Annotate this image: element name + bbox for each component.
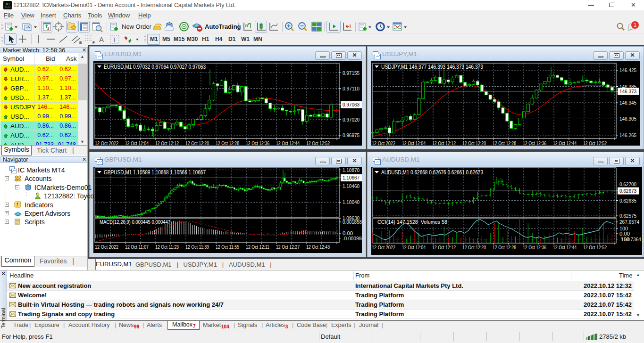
svg-text:12 Oct 12:52: 12 Oct 12:52 [583, 245, 607, 250]
svg-text:12 Oct 2022: 12 Oct 2022 [95, 244, 118, 250]
svg-text:12 Oct 12:04: 12 Oct 12:04 [402, 245, 426, 250]
svg-text:0.62575: 0.62575 [619, 213, 636, 219]
svg-text:AUDUSD,M1 0.62668 0.62676 0.6: AUDUSD,M1 0.62668 0.62676 0.62661 0.6267… [381, 169, 483, 176]
svg-text:0.62700: 0.62700 [619, 181, 636, 187]
svg-text:0.96975: 0.96975 [343, 132, 360, 138]
svg-text:267.6574: 267.6574 [619, 219, 640, 225]
svg-text:MACD(12,26,9) 0.000445 0.00044: MACD(12,26,9) 0.000445 0.000447 [100, 219, 170, 225]
svg-text:E: E [79, 41, 82, 45]
svg-text:0.62673: 0.62673 [619, 188, 636, 194]
svg-text:146.305: 146.305 [619, 116, 636, 122]
svg-text:12 Oct 11:23: 12 Oct 11:23 [155, 244, 179, 250]
svg-text:0.97110: 0.97110 [343, 86, 360, 91]
svg-text:12 Oct 12:28: 12 Oct 12:28 [216, 140, 239, 146]
svg-text:1.10870: 1.10870 [343, 167, 360, 173]
svg-text:12 Oct 12:28: 12 Oct 12:28 [493, 140, 516, 146]
svg-text:12 Oct 12:44: 12 Oct 12:44 [276, 140, 300, 146]
svg-text:12 Oct 12:12: 12 Oct 12:12 [155, 140, 179, 146]
svg-text:12 Oct 12:12: 12 Oct 12:12 [432, 140, 456, 146]
svg-text:0.00: 0.00 [619, 231, 630, 237]
svg-text:12 Oct 12:44: 12 Oct 12:44 [553, 245, 577, 250]
svg-text:EURUSD,M1 0.97032 0.97064 0.9: EURUSD,M1 0.97032 0.97064 0.97027 0.9706… [104, 64, 206, 70]
svg-text:0.97020: 0.97020 [343, 117, 360, 122]
svg-text:12 Oct 12:43: 12 Oct 12:43 [306, 244, 330, 250]
svg-text:F: F [92, 41, 95, 45]
svg-text:0.97155: 0.97155 [343, 70, 360, 76]
svg-text:12 Oct 12:52: 12 Oct 12:52 [306, 140, 330, 146]
svg-text:146.265: 146.265 [619, 132, 636, 138]
svg-text:12 Oct 12:28: 12 Oct 12:28 [493, 245, 516, 250]
svg-text:12 Oct 12:27: 12 Oct 12:27 [276, 244, 300, 250]
svg-text:12 Oct 12:20: 12 Oct 12:20 [185, 140, 209, 146]
svg-text:12 Oct 12:04: 12 Oct 12:04 [125, 140, 149, 146]
svg-text:0.97063: 0.97063 [343, 102, 360, 107]
svg-text:12 Oct 11:55: 12 Oct 11:55 [216, 244, 239, 250]
svg-text:-0.000998: -0.000998 [343, 236, 362, 241]
svg-text:CCI(14) 147.1528 Volumes 58: CCI(14) 147.1528 Volumes 58 [377, 219, 447, 225]
svg-text:12 Oct 12:36: 12 Oct 12:36 [246, 140, 269, 146]
svg-text:146.345: 146.345 [619, 100, 636, 106]
svg-text:1.10667: 1.10667 [343, 175, 360, 180]
svg-text:USDJPY,M1 146.377 146.393 146: USDJPY,M1 146.377 146.393 146.373 146.37… [381, 64, 483, 70]
svg-text:-100: -100 [619, 237, 630, 242]
svg-text:146.373: 146.373 [619, 89, 636, 94]
svg-text:12 Oct 12:36: 12 Oct 12:36 [523, 140, 546, 146]
svg-text:12 Oct 12:20: 12 Oct 12:20 [462, 140, 486, 146]
svg-text:1.10040: 1.10040 [343, 199, 360, 205]
svg-text:GBPUSD,M1 1.10589 1.10668 1.1: GBPUSD,M1 1.10589 1.10668 1.10566 1.1066… [104, 169, 206, 176]
svg-text:A: A [99, 35, 104, 43]
svg-text:0.001858: 0.001858 [343, 219, 362, 225]
svg-text:12 Oct 12:44: 12 Oct 12:44 [553, 140, 577, 146]
svg-text:12 Oct 2022: 12 Oct 2022 [372, 245, 395, 250]
svg-text:146.425: 146.425 [619, 67, 636, 73]
svg-text:T: T [113, 37, 117, 43]
svg-text:12 Oct 12:36: 12 Oct 12:36 [523, 245, 546, 250]
svg-text:0.62635: 0.62635 [619, 198, 636, 204]
svg-text:1.10460: 1.10460 [343, 183, 360, 189]
svg-text:12 Oct 11:07: 12 Oct 11:07 [125, 244, 149, 250]
svg-text:12 Oct 12:20: 12 Oct 12:20 [462, 245, 486, 250]
svg-text:12 Oct 12:04: 12 Oct 12:04 [402, 140, 426, 146]
svg-text:1: 1 [634, 22, 636, 28]
svg-text:12 Oct 2022: 12 Oct 2022 [95, 140, 118, 146]
svg-text:12 Oct 2022: 12 Oct 2022 [372, 140, 395, 146]
svg-text:12 Oct 12:11: 12 Oct 12:11 [246, 244, 269, 250]
svg-text:12 Oct 12:52: 12 Oct 12:52 [583, 140, 607, 146]
svg-text:12 Oct 12:12: 12 Oct 12:12 [432, 245, 456, 250]
svg-text:12 Oct 11:39: 12 Oct 11:39 [185, 244, 209, 250]
